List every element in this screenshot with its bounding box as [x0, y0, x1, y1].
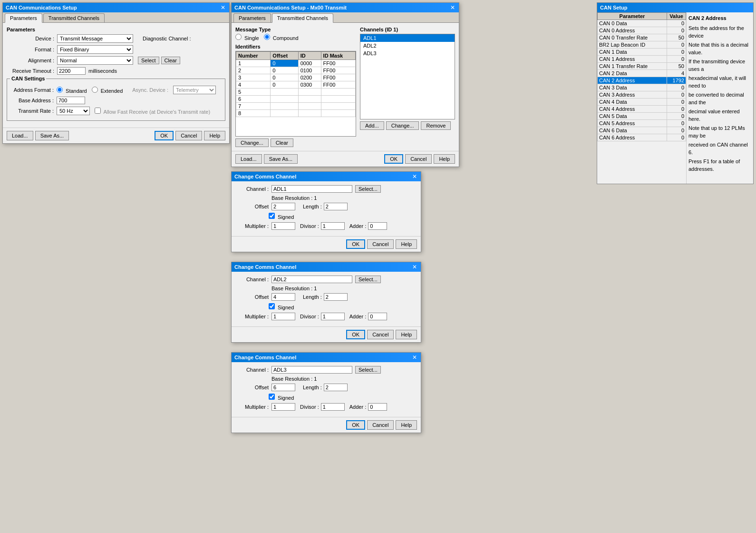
ch2-ok-button[interactable]: OK	[346, 330, 365, 339]
can-setup-left-close[interactable]: ✕	[220, 5, 226, 10]
ch1-ok-button[interactable]: OK	[346, 239, 365, 249]
can-setup-row[interactable]: CAN 1 Data0	[598, 49, 686, 56]
ch3-length-input[interactable]: 2	[324, 384, 348, 391]
cancel-button[interactable]: Cancel	[175, 131, 202, 140]
identifiers-row[interactable]: 5	[236, 89, 356, 96]
alignment-select[interactable]: Normal	[57, 56, 133, 65]
ch1-divisor-input[interactable]: 1	[321, 222, 345, 230]
transmit-rate-select[interactable]: 50 Hz	[57, 107, 90, 115]
change-comms-3-close[interactable]: ✕	[411, 355, 418, 360]
can-setup-transmit-close[interactable]: ✕	[449, 5, 456, 10]
ch3-signed-checkbox[interactable]	[269, 394, 275, 400]
ch1-adder-input[interactable]: 0	[368, 222, 387, 230]
identifiers-row[interactable]: 100000FF00	[236, 60, 356, 67]
load-button[interactable]: Load...	[7, 131, 33, 140]
receive-timeout-input[interactable]: 2200	[57, 67, 86, 75]
identifiers-row[interactable]: 400300FF00	[236, 81, 356, 89]
identifiers-row[interactable]: 8	[236, 110, 356, 117]
tab-transmit-channels[interactable]: Transmitted Channels	[272, 13, 333, 23]
can-setup-row[interactable]: CAN 5 Address0	[598, 120, 686, 127]
channel-list-item[interactable]: ADL1	[360, 34, 455, 42]
can-setup-row[interactable]: CAN 2 Address1792	[598, 77, 686, 84]
tab-transmitted-channels[interactable]: Transmitted Channels	[43, 13, 105, 22]
channel-list-item[interactable]: ADL2	[360, 42, 455, 49]
tab-parameters[interactable]: Parameters	[5, 13, 42, 23]
change-comms-2-close[interactable]: ✕	[411, 264, 418, 270]
ch1-signed-label[interactable]: Signed	[269, 213, 294, 220]
standard-radio-label[interactable]: Standard	[57, 87, 87, 94]
can-setup-row[interactable]: CAN 0 Address0	[598, 27, 686, 34]
identifiers-row[interactable]: 200100FF00	[236, 67, 356, 74]
standard-radio[interactable]	[57, 87, 63, 93]
async-device-select[interactable]: Telemetry	[173, 86, 216, 94]
ch3-help-button[interactable]: Help	[396, 420, 417, 430]
ch2-cancel-button[interactable]: Cancel	[367, 330, 394, 339]
transmit-cancel-button[interactable]: Cancel	[405, 154, 432, 164]
single-radio[interactable]	[235, 34, 242, 40]
ok-button[interactable]: OK	[155, 131, 174, 140]
transmit-ok-button[interactable]: OK	[384, 154, 403, 164]
ch2-multiplier-input[interactable]: 1	[271, 313, 295, 320]
ch3-divisor-input[interactable]: 1	[321, 403, 345, 411]
can-setup-row[interactable]: CAN 4 Address0	[598, 106, 686, 113]
single-radio-label[interactable]: Single	[235, 34, 259, 41]
ch1-channel-input[interactable]: ADL1	[271, 185, 352, 193]
transmit-save-as-button[interactable]: Save As...	[264, 154, 298, 164]
change-channel-button[interactable]: Change...	[386, 121, 419, 130]
identifiers-row[interactable]: 7	[236, 103, 356, 110]
can-setup-row[interactable]: CAN 6 Address0	[598, 134, 686, 141]
ch1-offset-input[interactable]: 2	[271, 203, 295, 210]
channel-list-item[interactable]: ADL3	[360, 49, 455, 57]
ch1-length-input[interactable]: 2	[324, 203, 348, 210]
remove-channel-button[interactable]: Remove	[421, 121, 451, 130]
transmit-load-button[interactable]: Load...	[235, 154, 262, 164]
ch3-signed-label[interactable]: Signed	[269, 394, 294, 401]
identifiers-change-button[interactable]: Change...	[235, 138, 269, 147]
ch2-help-button[interactable]: Help	[396, 330, 417, 339]
tab-transmit-parameters[interactable]: Parameters	[233, 13, 271, 22]
can-setup-row[interactable]: CAN 6 Data0	[598, 127, 686, 134]
identifiers-clear-button[interactable]: Clear	[271, 138, 293, 147]
extended-radio[interactable]	[92, 87, 98, 93]
allow-fast-receive-label[interactable]: Allow Fast Receive (at Device's Transmit…	[95, 108, 210, 115]
ch1-select-button[interactable]: Select...	[355, 185, 381, 193]
can-setup-row[interactable]: CAN 0 Data0	[598, 20, 686, 27]
ch3-cancel-button[interactable]: Cancel	[367, 420, 394, 430]
add-channel-button[interactable]: Add...	[360, 121, 384, 130]
alignment-clear-button[interactable]: Clear	[161, 57, 180, 64]
ch3-adder-input[interactable]: 0	[368, 403, 387, 411]
base-address-input[interactable]: 700	[57, 97, 85, 104]
ch2-select-button[interactable]: Select...	[355, 276, 381, 283]
change-comms-1-close[interactable]: ✕	[411, 174, 418, 179]
can-setup-row[interactable]: CAN 5 Data0	[598, 113, 686, 120]
identifiers-row[interactable]: 6	[236, 96, 356, 103]
ch3-offset-input[interactable]: 6	[271, 384, 295, 391]
ch2-offset-input[interactable]: 4	[271, 293, 295, 301]
can-setup-row[interactable]: CAN 3 Data0	[598, 84, 686, 91]
ch1-cancel-button[interactable]: Cancel	[367, 239, 394, 249]
extended-radio-label[interactable]: Extended	[92, 87, 123, 94]
ch2-length-input[interactable]: 2	[324, 293, 348, 301]
ch2-adder-input[interactable]: 0	[368, 313, 387, 320]
can-setup-row[interactable]: CAN 0 Transfer Rate50	[598, 34, 686, 41]
can-setup-row[interactable]: CAN 3 Address0	[598, 91, 686, 99]
ch2-signed-checkbox[interactable]	[269, 303, 275, 309]
ch2-signed-label[interactable]: Signed	[269, 303, 294, 310]
format-select[interactable]: Fixed Binary	[57, 45, 133, 54]
save-as-button[interactable]: Save As...	[35, 131, 69, 140]
can-setup-row[interactable]: CAN 2 Data4	[598, 70, 686, 77]
ch3-select-button[interactable]: Select...	[355, 366, 381, 374]
transmit-help-button[interactable]: Help	[434, 154, 455, 164]
ch3-channel-input[interactable]: ADL3	[271, 366, 352, 374]
ch3-multiplier-input[interactable]: 1	[271, 403, 295, 411]
help-button[interactable]: Help	[204, 131, 225, 140]
allow-fast-receive-checkbox[interactable]	[95, 108, 101, 114]
can-setup-row[interactable]: CAN 1 Address0	[598, 56, 686, 63]
device-select[interactable]: Transmit Message	[57, 34, 133, 43]
ch3-ok-button[interactable]: OK	[346, 420, 365, 430]
ch2-channel-input[interactable]: ADL2	[271, 276, 352, 283]
compound-radio[interactable]	[264, 34, 270, 40]
ch2-divisor-input[interactable]: 1	[321, 313, 345, 320]
ch1-help-button[interactable]: Help	[396, 239, 417, 249]
ch1-multiplier-input[interactable]: 1	[271, 222, 295, 230]
